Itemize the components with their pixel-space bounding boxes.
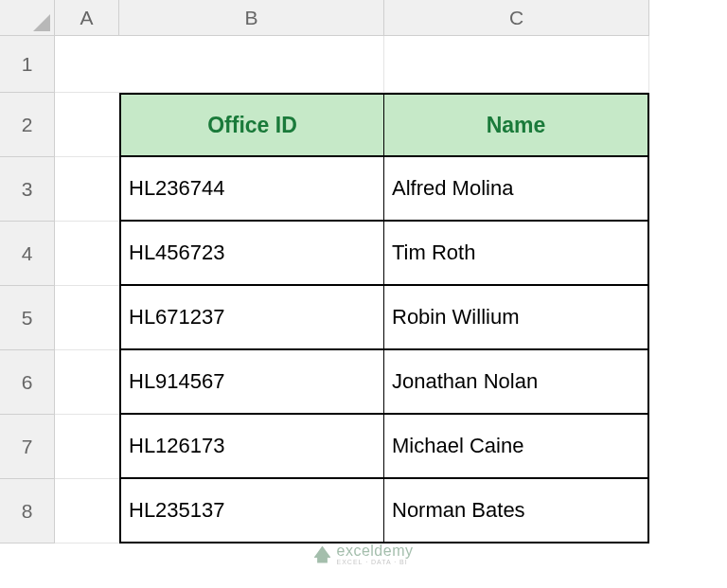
watermark-tagline: EXCEL · DATA · BI — [337, 559, 414, 565]
watermark-text: exceldemy EXCEL · DATA · BI — [337, 543, 414, 565]
table-row[interactable]: HL126173 — [119, 415, 384, 479]
watermark-brand: exceldemy — [337, 543, 414, 559]
row-header-1[interactable]: 1 — [0, 36, 55, 93]
cell-a2[interactable] — [55, 93, 119, 157]
cell-a6[interactable] — [55, 350, 119, 415]
row-header-6[interactable]: 6 — [0, 350, 55, 415]
col-header-b[interactable]: B — [119, 0, 384, 36]
cell-a3[interactable] — [55, 157, 119, 222]
table-row[interactable]: Norman Bates — [384, 479, 649, 543]
table-row[interactable]: HL914567 — [119, 350, 384, 415]
spreadsheet-grid: A B C 1 2 Office ID Name 3 HL236744 Alfr… — [0, 0, 727, 543]
cell-a5[interactable] — [55, 286, 119, 350]
table-row[interactable]: Jonathan Nolan — [384, 350, 649, 415]
cell-a8[interactable] — [55, 479, 119, 543]
col-header-a[interactable]: A — [55, 0, 119, 36]
table-header-name[interactable]: Name — [384, 93, 649, 157]
table-row[interactable]: HL671237 — [119, 286, 384, 350]
table-row[interactable]: HL235137 — [119, 479, 384, 543]
exceldemy-logo-icon — [314, 546, 331, 563]
select-all-corner[interactable] — [0, 0, 55, 36]
row-header-3[interactable]: 3 — [0, 157, 55, 222]
table-row[interactable]: HL456723 — [119, 222, 384, 286]
table-row[interactable]: Tim Roth — [384, 222, 649, 286]
row-header-4[interactable]: 4 — [0, 222, 55, 286]
cell-a4[interactable] — [55, 222, 119, 286]
row-header-8[interactable]: 8 — [0, 479, 55, 543]
cell-c1[interactable] — [384, 36, 649, 93]
table-row[interactable]: Alfred Molina — [384, 157, 649, 222]
table-row[interactable]: Michael Caine — [384, 415, 649, 479]
table-header-office-id[interactable]: Office ID — [119, 93, 384, 157]
table-row[interactable]: Robin Willium — [384, 286, 649, 350]
table-row[interactable]: HL236744 — [119, 157, 384, 222]
row-header-5[interactable]: 5 — [0, 286, 55, 350]
watermark: exceldemy EXCEL · DATA · BI — [314, 543, 414, 565]
cell-a7[interactable] — [55, 415, 119, 479]
row-header-7[interactable]: 7 — [0, 415, 55, 479]
cell-b1[interactable] — [119, 36, 384, 93]
col-header-c[interactable]: C — [384, 0, 649, 36]
row-header-2[interactable]: 2 — [0, 93, 55, 157]
cell-a1[interactable] — [55, 36, 119, 93]
